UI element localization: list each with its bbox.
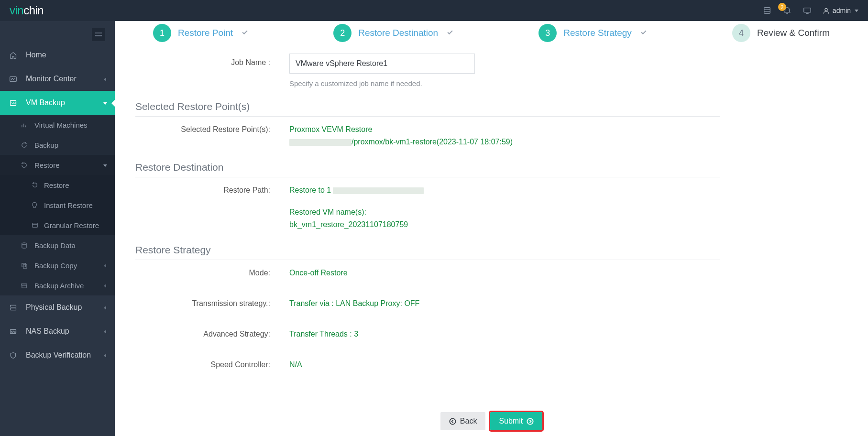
job-name-hint: Specify a customized job name if needed. xyxy=(289,79,720,87)
subsub-restore[interactable]: Restore xyxy=(0,175,115,195)
restore-icon xyxy=(31,182,39,188)
nav-backup-verification[interactable]: Backup Verification xyxy=(0,343,115,367)
wizard-steps: 1 Restore Point 2 Restore Destination 3 … xyxy=(134,21,849,54)
nav-monitor-center[interactable]: Monitor Center xyxy=(0,67,115,91)
monitor-icon[interactable] xyxy=(802,6,812,15)
back-button[interactable]: Back xyxy=(440,412,486,430)
transmission-row: Transmission strategy.: Transfer via : L… xyxy=(135,297,720,310)
speed-value: N/A xyxy=(289,359,302,371)
step-label: Restore Strategy xyxy=(563,28,632,38)
bell-icon[interactable]: 2 xyxy=(782,6,792,15)
list-icon[interactable] xyxy=(762,6,772,15)
rocket-icon xyxy=(31,202,39,208)
stats-icon xyxy=(19,121,29,129)
nav-physical-backup[interactable]: Physical Backup xyxy=(0,295,115,319)
check-icon xyxy=(640,29,647,37)
restore-point-path: /proxmox/bk-vm1-restore(2023-11-07 18:07… xyxy=(289,136,720,148)
submit-button[interactable]: Submit xyxy=(490,412,542,430)
server-icon xyxy=(8,304,18,312)
granular-icon xyxy=(31,222,39,229)
advanced-label: Advanced Strategy: xyxy=(135,328,289,340)
sub-label: Backup xyxy=(34,141,58,149)
sub-label: Backup Data xyxy=(34,241,76,250)
notification-badge: 2 xyxy=(778,3,786,11)
nav-label: Backup Verification xyxy=(26,351,91,360)
logo: vinchin xyxy=(10,4,44,17)
svg-point-23 xyxy=(450,418,455,424)
svg-rect-20 xyxy=(10,308,16,310)
subnav-backup-data[interactable]: Backup Data xyxy=(0,235,115,255)
sub-label: Backup Copy xyxy=(34,262,77,270)
mode-label: Mode: xyxy=(135,267,289,279)
svg-point-14 xyxy=(22,242,26,244)
home-icon xyxy=(8,51,18,59)
back-label: Back xyxy=(460,417,477,425)
nav-nas-backup[interactable]: NAS NAS Backup xyxy=(0,319,115,343)
step-number: 2 xyxy=(333,24,352,42)
step-review-confirm: 4 Review & Confirm xyxy=(732,24,830,42)
ss-label: Restore xyxy=(44,181,69,189)
nav-label: VM Backup xyxy=(26,98,65,107)
topbar: vinchin 2 admin xyxy=(0,0,868,21)
nas-icon: NAS xyxy=(8,327,18,336)
step-restore-destination[interactable]: 2 Restore Destination xyxy=(333,24,453,42)
restore-path-value: Restore to 1 xyxy=(289,184,720,196)
job-name-input[interactable] xyxy=(289,54,475,74)
section-restore-strategy: Restore Strategy xyxy=(135,234,720,260)
speed-label: Speed Controller: xyxy=(135,359,289,371)
caret-down-icon xyxy=(855,10,858,12)
restore-point-row: Selected Restore Point(s): Proxmox VEVM … xyxy=(135,123,720,148)
job-name-label: Job Name : xyxy=(135,54,289,87)
step-restore-strategy[interactable]: 3 Restore Strategy xyxy=(538,24,647,42)
nav-label: NAS Backup xyxy=(26,327,69,336)
step-label: Restore Destination xyxy=(358,28,438,38)
step-label: Review & Confirm xyxy=(757,28,830,38)
job-name-row: Job Name : Specify a customized job name… xyxy=(135,54,720,87)
layout: Home Monitor Center VM VM Backup Virtual… xyxy=(0,21,868,436)
restored-vm-label: Restored VM name(s): xyxy=(289,206,720,218)
subnav-virtual-machines[interactable]: Virtual Machines xyxy=(0,115,115,135)
database-icon xyxy=(19,242,29,249)
user-name: admin xyxy=(833,7,851,14)
subsub-granular-restore[interactable]: Granular Restore xyxy=(0,215,115,235)
nav-label: Physical Backup xyxy=(26,303,82,312)
svg-rect-0 xyxy=(764,8,770,14)
step-restore-point[interactable]: 1 Restore Point xyxy=(153,24,248,42)
shield-icon xyxy=(8,351,18,360)
section-restore-destination: Restore Destination xyxy=(135,151,720,177)
advanced-row: Advanced Strategy: Transfer Threads : 3 xyxy=(135,328,720,340)
transmission-label: Transmission strategy.: xyxy=(135,297,289,310)
ss-label: Instant Restore xyxy=(44,201,93,209)
topbar-actions: 2 admin xyxy=(762,6,858,15)
sub-label: Virtual Machines xyxy=(34,121,88,129)
submit-label: Submit xyxy=(499,417,523,425)
subnav-restore[interactable]: Restore xyxy=(0,155,115,175)
subnav-backup[interactable]: Backup xyxy=(0,135,115,155)
subnav-backup-archive[interactable]: Backup Archive xyxy=(0,275,115,295)
svg-rect-3 xyxy=(804,8,811,12)
restore-icon xyxy=(19,162,29,169)
sidebar-toggle[interactable] xyxy=(92,28,105,41)
review-content[interactable]: Job Name : Specify a customized job name… xyxy=(135,54,725,402)
restore-submenu: Restore Instant Restore Granular Restore xyxy=(0,175,115,235)
user-menu[interactable]: admin xyxy=(823,7,858,14)
nav-home[interactable]: Home xyxy=(0,43,115,67)
step-number: 1 xyxy=(153,24,171,42)
nav-vm-backup[interactable]: VM VM Backup xyxy=(0,91,115,115)
subnav-backup-copy[interactable]: Backup Copy xyxy=(0,255,115,275)
sub-label: Backup Archive xyxy=(34,282,84,290)
restore-point-label: Selected Restore Point(s): xyxy=(135,123,289,148)
subsub-instant-restore[interactable]: Instant Restore xyxy=(0,195,115,215)
archive-icon xyxy=(19,282,29,289)
monitor-center-icon xyxy=(8,75,18,83)
logo-vin: vin xyxy=(10,4,23,17)
footer-buttons: Back Submit xyxy=(115,409,868,430)
step-label: Restore Point xyxy=(178,28,233,38)
svg-rect-12 xyxy=(33,223,38,228)
check-icon xyxy=(447,29,453,37)
main-content: 1 Restore Point 2 Restore Destination 3 … xyxy=(115,21,868,436)
restore-path-row: Restore Path: Restore to 1 Restored VM n… xyxy=(135,184,720,231)
section-restore-point: Selected Restore Point(s) xyxy=(135,90,720,117)
logo-chin: chin xyxy=(23,4,44,17)
speed-row: Speed Controller: N/A xyxy=(135,359,720,371)
